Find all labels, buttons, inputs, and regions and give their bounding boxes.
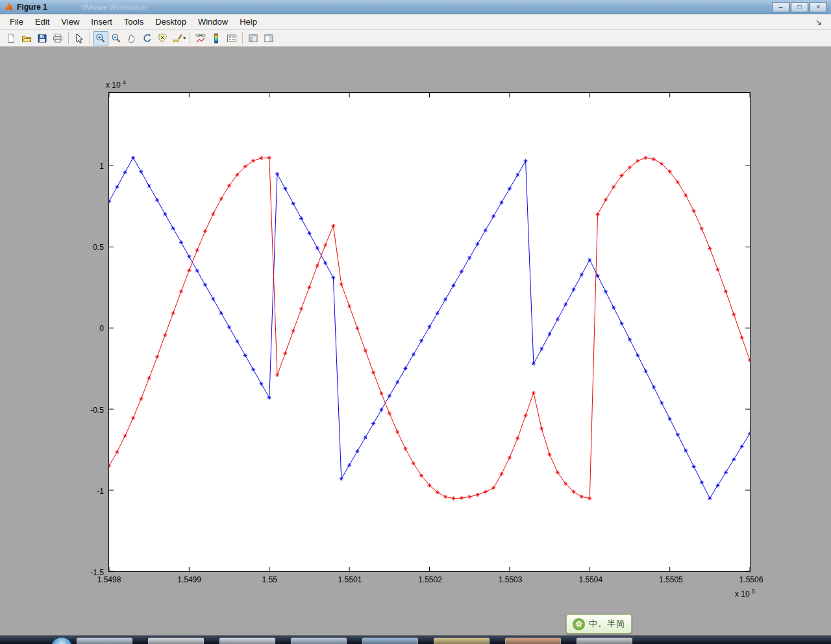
data-cursor-button[interactable] [155,31,171,45]
taskbar-app-button[interactable] [77,638,132,644]
toolbar-separator [190,32,190,44]
dock-figure-button[interactable]: ↘ [815,18,822,27]
taskbar-buttons [0,636,831,644]
x-tick-label: 1.5503 [499,575,523,584]
open-file-button[interactable] [19,31,34,45]
x-axis-tick-labels: 1.54981.54991.551.55011.55021.55031.5504… [109,571,750,587]
x-axis-exponent-label: x 10 5 [735,588,755,599]
data-cursor-icon [158,33,168,43]
y-tick-label: -1 [64,487,104,496]
taskbar-app-button[interactable] [505,638,561,644]
pan-button[interactable] [124,31,140,45]
taskbar [0,636,831,644]
menu-item-edit[interactable]: Edit [29,15,55,29]
y-tick-label: 1 [64,162,104,171]
minimize-button[interactable]: – [772,2,789,12]
hide-plot-tools-button[interactable] [245,31,261,45]
menu-item-view[interactable]: View [55,15,85,29]
menu-bar: FileEditViewInsertToolsDesktopWindowHelp… [0,14,831,30]
save-figure-button[interactable] [34,31,50,45]
host-window-title: VMware Workstation [81,3,147,11]
y-tick-label: -0.5 [64,406,104,415]
legend-icon [227,33,237,43]
x-tick-label: 1.55 [262,575,277,584]
print-icon [53,33,63,43]
menu-item-tools[interactable]: Tools [118,15,149,29]
pan-hand-icon [127,33,137,43]
menu-item-help[interactable]: Help [234,15,263,29]
taskbar-app-button[interactable] [434,638,490,644]
taskbar-app-button[interactable] [577,638,632,644]
edit-plot-button[interactable] [71,31,87,45]
link-plot-icon [195,33,206,43]
plot-axes[interactable]: 10.50-0.5-1-1.5 1.54981.54991.551.55011.… [108,92,750,572]
link-plot-button[interactable] [193,31,208,45]
toolbar-separator [68,32,69,44]
figure-toolbar: ▾ [0,30,831,47]
menu-item-file[interactable]: File [4,15,29,29]
x-tick-label: 1.5504 [578,575,602,584]
y-axis-exponent-label: x 10 4 [106,79,126,90]
taskbar-app-button[interactable] [291,638,347,644]
colorbar-icon [211,33,221,43]
title-bar[interactable]: Figure 1 VMware Workstation – □ × [0,0,831,14]
x-tick-label: 1.5505 [659,575,683,584]
zoom-out-icon [111,33,121,43]
zoom-out-button[interactable] [108,31,124,45]
close-button[interactable]: × [810,2,827,12]
taskbar-app-button[interactable] [148,638,204,644]
zoom-in-icon [95,33,106,43]
save-icon [37,33,47,43]
show-plot-tools-button[interactable] [261,31,277,45]
rotate-3d-button[interactable] [140,31,155,45]
figure-canvas: 10.50-0.5-1-1.5 1.54981.54991.551.55011.… [0,47,831,642]
open-folder-icon [21,33,32,43]
toolbar-separator [90,32,90,44]
y-axis-tick-labels: 10.50-0.5-1-1.5 [64,93,104,571]
new-document-icon [6,33,16,43]
brush-icon [172,33,182,43]
taskbar-app-button[interactable] [219,638,275,644]
ime-mode-label: 中。半简 [589,618,625,630]
toolbar-separator [242,32,243,44]
insert-legend-button[interactable] [224,31,240,45]
x-tick-label: 1.5506 [739,575,763,584]
hide-plot-tools-icon [248,33,258,43]
menu-item-window[interactable]: Window [192,15,234,29]
new-figure-button[interactable] [3,31,19,45]
menu-item-desktop[interactable]: Desktop [149,15,192,29]
window-controls: – □ × [772,2,828,12]
y-tick-label: 0.5 [64,243,104,252]
brush-data-button[interactable]: ▾ [171,31,187,45]
window-title: Figure 1 [17,3,47,12]
edit-pointer-icon [74,33,84,43]
y-tick-label: 0 [64,324,104,333]
insert-colorbar-button[interactable] [208,31,224,45]
show-plot-tools-icon [264,33,274,43]
ime-language-bar[interactable]: ✿ 中。半简 [566,614,632,634]
dropdown-arrow-icon[interactable]: ▾ [183,35,186,41]
rotate-3d-icon [142,33,153,43]
ime-flower-icon: ✿ [573,618,585,630]
x-tick-label: 1.5498 [97,575,121,584]
figure-window: Figure 1 VMware Workstation – □ × FileEd… [0,0,831,644]
x-tick-label: 1.5499 [177,575,201,584]
plot-svg [109,93,750,571]
matlab-icon [5,3,13,11]
x-tick-label: 1.5501 [338,575,362,584]
maximize-button[interactable]: □ [791,2,808,12]
print-figure-button[interactable] [50,31,66,45]
menu-item-insert[interactable]: Insert [85,15,118,29]
zoom-in-button[interactable] [93,31,108,45]
x-tick-label: 1.5502 [418,575,442,584]
taskbar-app-button[interactable] [362,638,418,644]
